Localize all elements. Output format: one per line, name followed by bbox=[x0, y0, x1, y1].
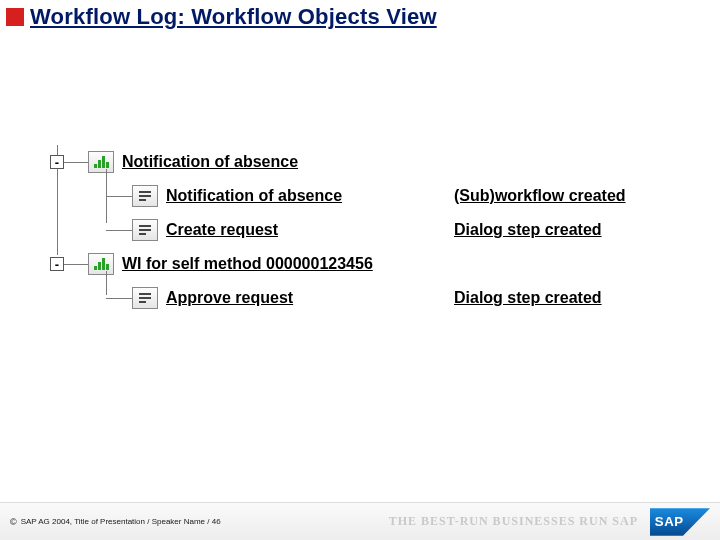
tree-node-label[interactable]: Notification of absence bbox=[166, 187, 342, 204]
tree-node-label[interactable]: Create request bbox=[166, 221, 278, 238]
tree-node-root[interactable]: - Notification of absence bbox=[50, 145, 670, 179]
sap-logo: SAP bbox=[650, 508, 710, 536]
tree-node-label[interactable]: Approve request bbox=[166, 289, 293, 306]
tree-node-status[interactable]: Dialog step created bbox=[454, 221, 602, 238]
copyright-label: SAP AG 2004, Title of Presentation / Spe… bbox=[21, 517, 221, 526]
document-icon bbox=[132, 219, 158, 241]
slide-title-row: Workflow Log: Workflow Objects View bbox=[0, 0, 720, 32]
tree-node-child[interactable]: Approve request Dialog step created bbox=[90, 281, 670, 315]
slide-footer: © SAP AG 2004, Title of Presentation / S… bbox=[0, 502, 720, 540]
title-accent-square bbox=[6, 8, 24, 26]
tagline-text: THE BEST-RUN BUSINESSES RUN SAP bbox=[389, 514, 638, 529]
chart-icon bbox=[88, 253, 114, 275]
chart-icon bbox=[88, 151, 114, 173]
copyright-symbol: © bbox=[10, 517, 17, 527]
tree-node-status[interactable]: (Sub)workflow created bbox=[454, 187, 626, 204]
tree-node-label[interactable]: Notification of absence bbox=[122, 153, 298, 170]
expander-icon[interactable]: - bbox=[50, 257, 64, 271]
document-icon bbox=[132, 287, 158, 309]
svg-text:SAP: SAP bbox=[655, 514, 684, 529]
footer-tagline-area: THE BEST-RUN BUSINESSES RUN SAP SAP bbox=[389, 508, 710, 536]
expander-icon[interactable]: - bbox=[50, 155, 64, 169]
workflow-tree: - Notification of absence Notification o… bbox=[50, 145, 670, 315]
tree-node-child[interactable]: Notification of absence (Sub)workflow cr… bbox=[90, 179, 670, 213]
page-title: Workflow Log: Workflow Objects View bbox=[30, 4, 437, 30]
tree-node-child[interactable]: Create request Dialog step created bbox=[90, 213, 670, 247]
document-icon bbox=[132, 185, 158, 207]
tree-node-status[interactable]: Dialog step created bbox=[454, 289, 602, 306]
tree-node-label[interactable]: WI for self method 000000123456 bbox=[122, 255, 373, 272]
copyright-text: © SAP AG 2004, Title of Presentation / S… bbox=[10, 517, 221, 527]
tree-node-root[interactable]: - WI for self method 000000123456 bbox=[50, 247, 670, 281]
